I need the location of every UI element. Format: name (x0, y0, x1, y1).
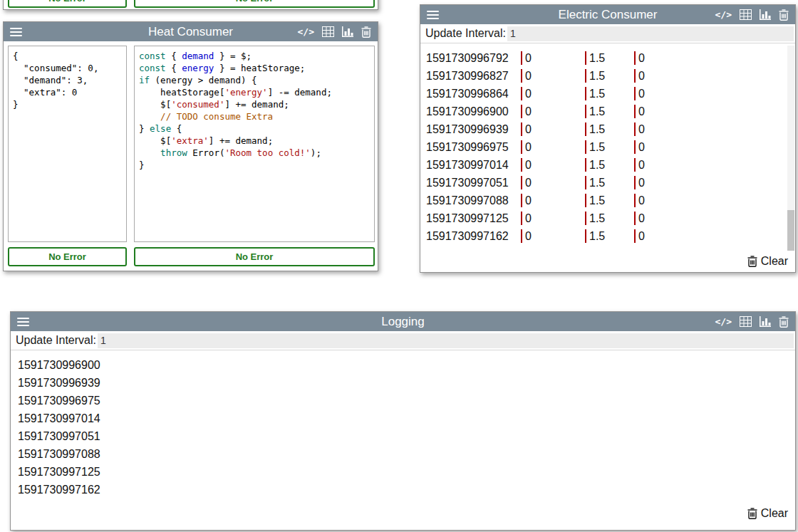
update-interval-row: Update Interval: (420, 24, 795, 43)
table-row: 159173099712501.50 (420, 209, 795, 227)
electric-consumer-header[interactable]: Electric Consumer </> (420, 5, 795, 24)
table-cell: 1591730996975 (426, 141, 521, 154)
code-icon[interactable]: </> (715, 316, 732, 327)
status-button[interactable]: No Error (134, 0, 375, 8)
table-cell: 0 (634, 212, 795, 225)
table-cell: 1591730996827 (426, 70, 521, 83)
table-cell: 1.5 (585, 122, 634, 136)
logging-panel: Logging </> Update Interval: 15917309969… (10, 311, 796, 531)
table-cell: 1.5 (585, 51, 634, 65)
logging-body: Update Interval: 15917309969001591730996… (11, 331, 795, 530)
table-cell: 1591730996792 (426, 52, 521, 65)
table-cell: 0 (521, 229, 585, 243)
json-line: "consumed": 0, (13, 62, 122, 74)
code-line: heatStorage['energy'] -= demand; (139, 86, 370, 98)
table-row: 159173099705101.50 (420, 174, 795, 192)
state-json-box[interactable]: { "consumed": 0, "demand": 3, "extra": 0… (8, 46, 127, 242)
table-cell: 0 (634, 69, 795, 83)
table-cell: 0 (521, 212, 585, 225)
list-item: 1591730997125 (11, 463, 795, 481)
clear-button[interactable]: Clear (747, 507, 788, 520)
bar-chart-icon[interactable] (760, 316, 771, 327)
trash-icon (747, 256, 757, 267)
panel-title: Logging (11, 315, 795, 329)
list-item: 1591730997051 (11, 427, 795, 445)
code-icon[interactable]: </> (298, 26, 314, 37)
list-item: 1591730997014 (11, 410, 795, 427)
table-icon[interactable] (322, 26, 334, 37)
table-icon[interactable] (740, 316, 752, 327)
logging-list: 1591730996900159173099693915917309969751… (11, 356, 795, 499)
table-row: 159173099697501.50 (420, 138, 795, 156)
heat-consumer-body: { "consumed": 0, "demand": 3, "extra": 0… (4, 41, 378, 271)
code-line: const { energy } = heatStorage; (139, 62, 370, 74)
electric-consumer-panel: Electric Consumer </> Update Interval: 1… (420, 4, 796, 273)
clear-button[interactable]: Clear (747, 255, 788, 268)
table-cell: 1591730997014 (426, 159, 521, 172)
json-line: } (13, 98, 122, 110)
table-row: 159173099679201.50 (420, 49, 795, 67)
table-cell: 1.5 (585, 212, 634, 225)
trash-icon[interactable] (361, 26, 371, 38)
table-cell: 0 (521, 140, 585, 154)
table-cell: 0 (521, 105, 585, 118)
update-interval-input[interactable] (507, 26, 794, 41)
update-interval-label: Update Interval: (16, 334, 96, 347)
list-item: 1591730996975 (11, 392, 795, 410)
code-line: } else { (139, 122, 370, 135)
table-cell: 1591730996900 (426, 105, 521, 118)
header-icons: </> (715, 9, 789, 21)
list-item: 1591730996939 (11, 374, 795, 392)
bar-chart-icon[interactable] (342, 26, 353, 37)
scrollbar[interactable] (787, 46, 794, 251)
logging-header[interactable]: Logging </> (11, 312, 795, 331)
table-cell: 0 (634, 51, 795, 65)
table-cell: 0 (521, 51, 585, 65)
drag-handle-icon[interactable] (427, 11, 439, 19)
table-cell: 1591730997051 (426, 177, 521, 189)
consume-code-box[interactable]: const { demand } = $;const { energy } = … (134, 46, 375, 242)
trash-icon[interactable] (779, 9, 789, 21)
table-cell: 0 (521, 158, 585, 172)
status-button[interactable]: No Error (8, 0, 127, 8)
status-button[interactable]: No Error (134, 247, 375, 266)
json-line: "demand": 3, (13, 74, 122, 86)
table-row: 159173099716201.50 (420, 227, 795, 245)
status-button[interactable]: No Error (8, 247, 127, 266)
code-line: const { demand } = $; (139, 50, 370, 62)
code-line: $['consumed'] += demand; (139, 98, 370, 110)
heat-consumer-panel: Heat Consumer </> { "consumed": 0, "dema… (3, 21, 378, 271)
table-cell: 1591730997088 (426, 194, 521, 207)
table-cell: 0 (521, 194, 585, 207)
table-cell: 0 (521, 69, 585, 83)
desktop: No Error No Error Heat Consumer </> { "c… (0, 0, 798, 532)
json-line: "extra": 0 (13, 86, 122, 98)
table-row: 159173099708801.50 (420, 192, 795, 209)
drag-handle-icon[interactable] (10, 28, 22, 36)
code-icon[interactable]: </> (715, 9, 732, 20)
list-item: 1591730997088 (11, 445, 795, 463)
table-cell: 1591730996864 (426, 88, 521, 100)
table-icon[interactable] (740, 9, 752, 20)
table-cell: 0 (521, 122, 585, 136)
scrollbar-thumb[interactable] (787, 210, 794, 251)
table-cell: 0 (634, 87, 795, 100)
trash-icon[interactable] (779, 316, 789, 328)
electric-table: 159173099679201.50159173099682701.501591… (420, 49, 795, 245)
code-line: $['extra'] += demand; (139, 135, 370, 147)
header-icons: </> (715, 316, 789, 328)
update-interval-input[interactable] (98, 333, 794, 348)
bar-chart-icon[interactable] (760, 9, 771, 20)
table-row: 159173099686401.50 (420, 85, 795, 103)
table-cell: 1591730997125 (426, 212, 521, 225)
drag-handle-icon[interactable] (17, 318, 29, 326)
table-cell: 0 (634, 105, 795, 118)
code-line: throw Error('Room too cold!'); (139, 147, 370, 159)
table-cell: 0 (634, 194, 795, 207)
table-cell: 1.5 (585, 176, 634, 189)
heat-consumer-header[interactable]: Heat Consumer </> (4, 22, 378, 41)
table-cell: 0 (634, 140, 795, 154)
update-interval-label: Update Interval: (425, 27, 506, 40)
table-row: 159173099682701.50 (420, 67, 795, 85)
table-row: 159173099690001.50 (420, 103, 795, 120)
